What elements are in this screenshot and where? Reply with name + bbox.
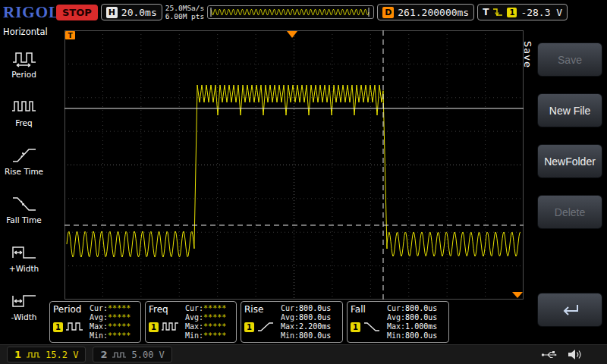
status-bar: 1 15.2 V 2 5.00 V [0, 344, 607, 364]
back-button[interactable] [537, 293, 602, 327]
rise-time-icon [11, 145, 38, 165]
menu-item-period[interactable]: Period [0, 39, 48, 87]
channel-scale: 15.2 V [46, 350, 78, 360]
menu-item-label: Fall Time [6, 215, 41, 224]
falling-edge-icon [492, 7, 503, 17]
new-file-button[interactable]: New File [537, 93, 602, 127]
right-menu-title: Save [522, 41, 533, 68]
measurement-values: Cur:***** Avg:***** Max:***** Min:***** [185, 304, 233, 340]
horizontal-timebase-box[interactable]: H 20.0ms [101, 4, 162, 20]
menu-item-pluswidth[interactable]: +Width [0, 233, 48, 281]
trigger-source-badge: 1 [507, 8, 517, 17]
measurement-name: Period [53, 304, 90, 315]
h-label: H [106, 7, 118, 18]
channel-1-badge: 1 [351, 322, 360, 332]
delete-button[interactable]: Delete [537, 195, 602, 229]
system-icons [541, 349, 581, 360]
channel-1-badge: 1 [149, 322, 159, 332]
channel-number: 2 [100, 349, 107, 360]
menu-item-label: +Width [9, 264, 39, 273]
left-menu-title: Horizontal [0, 24, 48, 39]
menu-item-fall-time[interactable]: Fall Time [0, 184, 48, 233]
measurement-values: Cur:***** Avg:***** Max:***** Min:***** [90, 304, 137, 340]
right-menu-panel: Save Save New File NewFolder Delete [521, 24, 607, 344]
trigger-level-value: -28.3 V [521, 7, 562, 18]
right-menu-buttons: Save New File NewFolder Delete [537, 42, 602, 327]
menu-item-label: Rise Time [5, 167, 43, 176]
memory-waveform-trace [211, 10, 369, 15]
sample-rate: 25.0MSa/s [165, 4, 204, 12]
measurement-period[interactable]: Period 1 Cur:***** Avg:***** Max:***** M… [49, 301, 141, 343]
measurement-row: Period 1 Cur:***** Avg:***** Max:***** M… [48, 301, 520, 345]
rise-edge-icon [256, 321, 275, 333]
menu-item-minuswidth[interactable]: -Width [0, 281, 48, 330]
speaker-icon [568, 349, 581, 360]
run-state-badge[interactable]: STOP [56, 5, 98, 20]
measurement-values: Cur:800.0us Avg:800.0us Max:2.200ms Min:… [281, 304, 339, 340]
channel-2-status[interactable]: 2 5.00 V [93, 347, 171, 362]
fall-edge-icon [363, 321, 381, 333]
t-label: T [483, 7, 489, 17]
measurement-fall[interactable]: Fall 1 Cur:800.0us Avg:800.0us Max:1.000… [347, 301, 449, 343]
measurement-name: Fall [351, 304, 387, 315]
delay-value: 261.200000ms [398, 7, 469, 18]
menu-item-label: Period [11, 70, 36, 79]
channel-1-badge: 1 [244, 322, 254, 332]
d-label: D [382, 7, 394, 18]
left-menu: Horizontal Period Freq Rise Time Fall Ti… [0, 24, 48, 343]
measurement-rise[interactable]: Rise 1 Cur:800.0us Avg:800.0us Max:2.200… [241, 301, 343, 343]
delay-box[interactable]: D 261.200000ms [377, 4, 474, 20]
freq-icon [161, 321, 179, 333]
channel-scale: 5.00 V [131, 350, 164, 360]
menu-item-label: -Width [11, 312, 37, 322]
memory-waveform [209, 6, 372, 18]
channel-1-badge: 1 [53, 322, 63, 332]
waveform-coupling-icon [112, 350, 127, 359]
rigol-logo: RIGOL [3, 3, 53, 22]
menu-item-freq[interactable]: Freq [0, 87, 48, 136]
freq-icon [11, 96, 38, 116]
channel-1-status[interactable]: 1 15.2 V [7, 347, 86, 362]
timebase-value: 20.0ms [121, 7, 157, 18]
trigger-position-marker[interactable] [287, 31, 297, 38]
period-icon [11, 48, 38, 67]
plus-width-icon [11, 242, 38, 262]
measurement-name: Freq [149, 304, 185, 315]
measurement-name: Rise [244, 304, 281, 315]
waveform-coupling-icon [26, 350, 41, 359]
waveform-display[interactable]: T [64, 30, 524, 300]
period-icon [65, 321, 83, 333]
menu-item-rise-time[interactable]: Rise Time [0, 136, 48, 184]
new-folder-button[interactable]: NewFolder [537, 144, 602, 178]
measurement-freq[interactable]: Freq 1 Cur:***** Avg:***** Max:***** Min… [145, 301, 237, 343]
memory-depth: 6.00M pts [165, 12, 204, 20]
fall-time-icon [11, 193, 38, 213]
minus-width-icon [11, 290, 38, 310]
memory-waveform-strip[interactable] [207, 5, 374, 19]
grid-border [65, 31, 524, 300]
menu-item-label: Freq [15, 118, 33, 127]
usb-icon [541, 350, 558, 360]
save-button[interactable]: Save [537, 42, 602, 77]
sample-rate-block: 25.0MSa/s 6.00M pts [165, 4, 204, 20]
trigger-box[interactable]: T 1 -28.3 V [477, 4, 568, 20]
trigger-corner-label: T [68, 32, 73, 39]
channel-number: 1 [14, 349, 21, 360]
measurement-values: Cur:800.0us Avg:800.0us Max:1.000ms Min:… [387, 304, 445, 340]
top-bar: RIGOL STOP H 20.0ms 25.0MSa/s 6.00M pts … [0, 0, 607, 24]
return-arrow-icon [558, 302, 581, 318]
oscilloscope-screen: RIGOL STOP H 20.0ms 25.0MSa/s 6.00M pts … [0, 0, 607, 364]
